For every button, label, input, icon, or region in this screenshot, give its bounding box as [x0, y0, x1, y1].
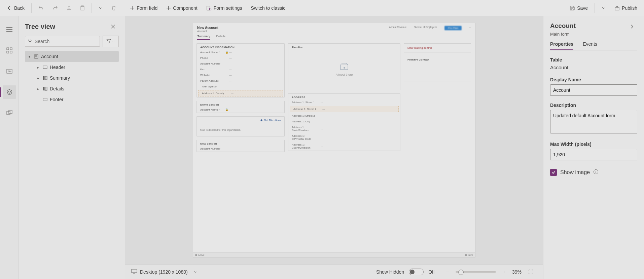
svg-rect-13 — [7, 111, 10, 115]
section-error[interactable]: Error loading control — [404, 43, 471, 52]
section-title: ACCOUNT INFORMATION — [197, 44, 284, 49]
section-account-information[interactable]: ACCOUNT INFORMATION Account Name🔒--- Pho… — [196, 43, 285, 97]
tab-properties[interactable]: Properties — [550, 41, 573, 50]
show-hidden-label: Show Hidden — [376, 269, 404, 275]
rail-tree-view[interactable] — [3, 85, 16, 99]
section-timeline[interactable]: Timeline Almost there — [288, 43, 400, 90]
section-primary-contact[interactable]: Primary Contact --- — [404, 56, 471, 81]
fit-to-screen-button[interactable] — [525, 267, 537, 277]
field-label: Address 1: State/Province — [292, 126, 317, 132]
save-dropdown[interactable] — [598, 4, 609, 12]
section-new[interactable]: New Section Account Number--- — [196, 140, 285, 152]
filter-button[interactable] — [103, 36, 119, 47]
form-surface[interactable]: New Account Account Annual Revenue--- Nu… — [193, 23, 475, 257]
zoom-slider[interactable] — [456, 271, 496, 273]
tree-close-button[interactable] — [107, 22, 119, 31]
fit-icon — [528, 269, 534, 275]
rail-components[interactable] — [3, 44, 16, 57]
cut-icon — [67, 5, 71, 11]
paste-dropdown[interactable] — [95, 4, 106, 12]
svg-rect-9 — [7, 51, 9, 53]
field-value: --- — [321, 127, 323, 130]
form-settings-button[interactable]: Form settings — [203, 3, 246, 13]
properties-collapse-button[interactable] — [627, 22, 637, 31]
plus-icon: + — [503, 269, 505, 275]
footer-status-icon: ▦ — [195, 254, 198, 256]
rail-libraries[interactable] — [3, 106, 16, 120]
form-tab-details[interactable]: Details — [216, 35, 226, 40]
rail-fields[interactable]: Abc — [3, 65, 16, 78]
field-label: Account Number — [200, 147, 225, 150]
svg-rect-27 — [132, 269, 137, 273]
search-input[interactable] — [35, 39, 97, 44]
show-image-checkbox[interactable] — [550, 169, 557, 176]
switch-classic-button[interactable]: Switch to classic — [248, 3, 289, 13]
field-label: Account Name — [200, 51, 225, 54]
svg-rect-20 — [46, 76, 47, 80]
minus-icon: − — [446, 269, 449, 275]
svg-point-0 — [67, 9, 69, 10]
section-map[interactable]: ◆Get Directions Map is disabled for this… — [196, 116, 285, 136]
search-icon — [28, 38, 33, 44]
get-directions-link[interactable]: Get Directions — [264, 119, 281, 122]
publish-button[interactable]: Publish — [611, 3, 641, 13]
viewport-label: Desktop (1920 x 1080) — [140, 269, 188, 275]
svg-point-5 — [209, 8, 211, 10]
paste-button[interactable] — [77, 3, 88, 13]
tree-item-label: Footer — [50, 97, 63, 102]
section-address[interactable]: ADDRESS Address 1: Street 1--- Address 1… — [288, 93, 400, 151]
tree-item-label: Details — [50, 86, 64, 91]
svg-rect-7 — [7, 48, 9, 50]
field-label: Address 1: Country/Region — [292, 143, 317, 149]
cut-button[interactable] — [63, 3, 75, 13]
redo-button[interactable] — [49, 3, 61, 13]
tree-item-details[interactable]: ▸ Details — [34, 83, 119, 94]
section-demo[interactable]: Demo Section Account Name🔒--- — [196, 101, 285, 113]
tree-item-account[interactable]: ▾ Account — [25, 51, 119, 62]
show-hidden-toggle[interactable] — [409, 269, 424, 275]
status-bar: Desktop (1920 x 1080) Show Hidden Off − … — [125, 264, 543, 279]
description-input[interactable] — [550, 110, 637, 133]
tree-item-footer[interactable]: Footer — [34, 94, 119, 105]
delete-button[interactable] — [108, 3, 119, 13]
lock-icon: 🔒 — [225, 108, 229, 111]
back-button[interactable]: Back — [3, 3, 28, 13]
max-width-input[interactable] — [550, 149, 637, 160]
error-link[interactable]: Error loading control — [404, 44, 471, 52]
chevron-right-icon — [630, 24, 634, 29]
tab-events[interactable]: Events — [583, 41, 597, 50]
component-button[interactable]: Component — [163, 3, 201, 13]
field-label: Account Name — [200, 108, 225, 111]
search-box[interactable] — [25, 36, 100, 47]
filter-icon — [106, 39, 111, 44]
zoom-in-button[interactable]: + — [499, 267, 509, 277]
monitor-icon — [131, 269, 137, 275]
back-label: Back — [14, 5, 25, 11]
info-icon[interactable] — [593, 169, 599, 176]
tree-item-summary[interactable]: ▸ Summary — [34, 73, 119, 83]
field-label: Address 1: Street 2 — [293, 108, 318, 111]
tree-item-header[interactable]: ▸ Header — [34, 62, 119, 73]
display-name-input[interactable] — [550, 84, 637, 96]
field-value: --- — [229, 108, 232, 111]
close-icon — [111, 24, 115, 29]
paste-icon — [80, 5, 85, 11]
form-field-label: Form field — [137, 5, 157, 11]
form-field-button[interactable]: Form field — [127, 3, 161, 13]
zoom-out-button[interactable]: − — [443, 267, 452, 277]
display-name-label: Display Name — [550, 77, 637, 82]
field-value: --- — [321, 114, 323, 117]
publish-label: Publish — [622, 5, 637, 11]
form-tab-summary[interactable]: Summary — [197, 35, 210, 40]
field-label: Website — [200, 74, 225, 77]
left-rail: Abc — [0, 16, 19, 279]
save-button[interactable]: Save — [566, 3, 591, 13]
tree-item-label: Summary — [50, 75, 70, 81]
undo-button[interactable] — [35, 3, 47, 13]
map-note: Map is disabled for this organization. — [197, 124, 284, 136]
field-value: --- — [229, 51, 232, 54]
svg-rect-10 — [10, 51, 12, 53]
chevron-down-icon: ▾ — [27, 55, 32, 58]
rail-hamburger[interactable] — [3, 23, 16, 36]
viewport-dropdown[interactable] — [190, 268, 201, 276]
